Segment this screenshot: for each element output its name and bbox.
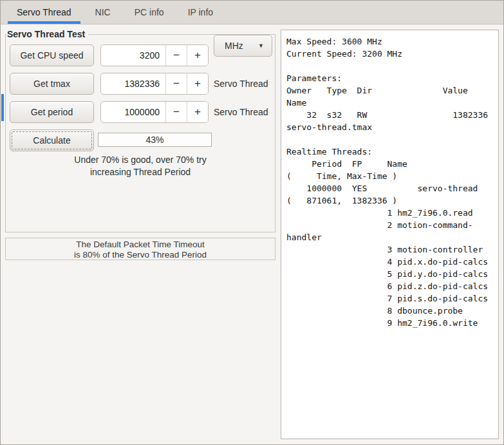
note-line-2: is 80% of the Servo Thread Period: [6, 250, 275, 260]
cpu-speed-spinbox[interactable]: 3200 − +: [100, 44, 209, 66]
tab-nic[interactable]: NIC: [86, 1, 120, 24]
cpu-speed-decrement-button[interactable]: −: [165, 45, 187, 66]
tab-label: IP info: [188, 7, 213, 17]
tab-pc-info[interactable]: PC info: [126, 1, 173, 24]
speed-unit-dropdown[interactable]: MHz ▼: [214, 35, 272, 57]
plus-icon: +: [194, 49, 201, 62]
tab-bar: Servo Thread NIC PC info IP info: [1, 1, 503, 24]
tmax-decrement-button[interactable]: −: [165, 73, 187, 94]
packet-timeout-note: The Default Packet Time Timeout is 80% o…: [6, 240, 275, 260]
period-thread-label: Servo Thread: [214, 101, 268, 123]
tab-label: Servo Thread: [17, 7, 71, 17]
tab-label: NIC: [95, 7, 111, 17]
get-period-button[interactable]: Get period: [10, 101, 94, 123]
app-window: Servo Thread NIC PC info IP info Servo T…: [0, 0, 504, 445]
note-line-1: The Default Packet Time Timeout: [6, 240, 275, 250]
tmax-thread-label: Servo Thread: [214, 73, 268, 95]
tmax-spinbox[interactable]: 1382336 − +: [100, 73, 209, 95]
tab-servo-thread[interactable]: Servo Thread: [8, 1, 80, 24]
output-panel[interactable]: Max Speed: 3600 MHz Current Speed: 3200 …: [281, 30, 499, 439]
packet-timeout-frame: The Default Packet Time Timeout is 80% o…: [5, 238, 275, 260]
calculation-result-display: 43%: [98, 133, 212, 147]
speed-unit-label: MHz: [225, 41, 258, 51]
minus-icon: −: [173, 49, 180, 62]
get-tmax-button[interactable]: Get tmax: [10, 73, 94, 95]
period-increment-button[interactable]: +: [187, 102, 208, 122]
threshold-hint: Under 70% is good, over 70% try increasi…: [6, 154, 275, 178]
hint-line-2: increasing Thread Period: [6, 166, 275, 178]
cpu-speed-increment-button[interactable]: +: [187, 45, 208, 66]
hint-line-1: Under 70% is good, over 70% try: [6, 154, 275, 166]
plus-icon: +: [194, 106, 201, 118]
servo-thread-test-frame: Servo Thread Test Get CPU speed 3200 − +…: [5, 34, 275, 232]
plus-icon: +: [194, 77, 201, 90]
period-value[interactable]: 1000000: [101, 102, 165, 122]
tab-ip-info[interactable]: IP info: [179, 1, 222, 24]
console-output-text: Max Speed: 3600 MHz Current Speed: 3200 …: [286, 35, 498, 329]
minus-icon: −: [173, 77, 180, 90]
scroll-indicator[interactable]: [1, 94, 4, 121]
chevron-down-icon: ▼: [258, 43, 264, 49]
frame-title: Servo Thread Test: [7, 29, 88, 39]
period-spinbox[interactable]: 1000000 − +: [100, 101, 209, 123]
cpu-speed-value[interactable]: 3200: [101, 45, 165, 66]
minus-icon: −: [173, 106, 180, 118]
calculate-button[interactable]: Calculate: [10, 129, 94, 151]
tmax-increment-button[interactable]: +: [187, 73, 208, 94]
tab-label: PC info: [135, 7, 164, 17]
period-decrement-button[interactable]: −: [165, 102, 187, 122]
get-cpu-speed-button[interactable]: Get CPU speed: [10, 44, 94, 66]
tmax-value[interactable]: 1382336: [101, 73, 165, 94]
